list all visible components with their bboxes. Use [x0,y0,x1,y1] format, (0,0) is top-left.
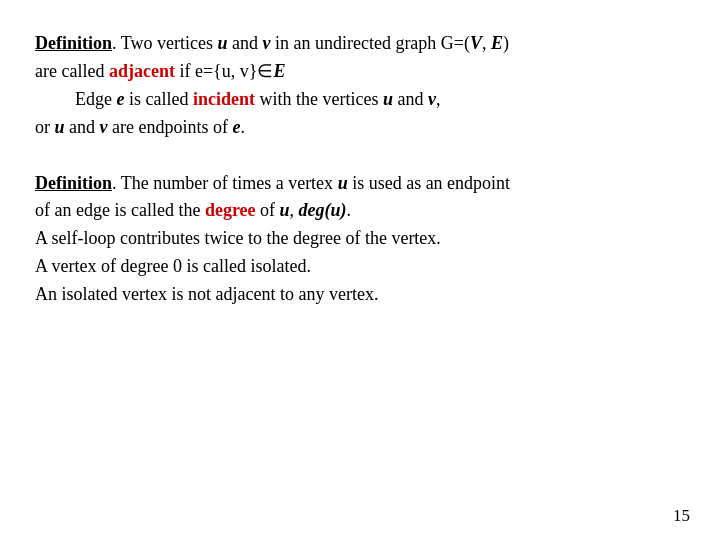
def2-post: . The number of times a vertex [112,173,338,193]
def1-called: are called [35,61,109,81]
def2-u3: (u) [325,200,347,220]
def1-adjacent: adjacent [109,61,175,81]
def1-end: ) [503,33,509,53]
slide: Definition. Two vertices u and v in an u… [0,0,720,540]
def1-elem: ∈ [257,61,273,81]
def1-u2: u [383,89,393,109]
def1-E: E [491,33,503,53]
def2-deg: deg [299,200,325,220]
def1-u: u [217,33,227,53]
def2-not-adjacent: An isolated vertex is not adjacent to an… [35,284,378,304]
page-number: 15 [673,506,690,526]
def1-comma2: , [436,89,441,109]
def1-word-definition: Definition [35,33,112,53]
def2-u2: u [280,200,290,220]
def1-rest: in an undirected graph G=( [270,33,470,53]
def2-isolated: A vertex of degree 0 is called isolated. [35,256,311,276]
def1-v2: v [428,89,436,109]
def1-if: if e={u, v} [175,61,257,81]
def1-v3: v [100,117,108,137]
def1-final-period: . [240,117,245,137]
def2-word-definition: Definition [35,173,112,193]
def2-line2: of an edge is called the degree of u, de… [35,197,685,225]
def2-line5: An isolated vertex is not adjacent to an… [35,281,685,309]
def1-or: or [35,117,55,137]
def1-line3: Edge e is called incident with the verti… [75,86,685,114]
def2-line4: A vertex of degree 0 is called isolated. [35,253,685,281]
def1-with: with the vertices [255,89,383,109]
def1-V: V [470,33,482,53]
def2-comma: , [290,200,299,220]
def1-endpoints: are endpoints of [108,117,233,137]
def1-and3: and [65,117,100,137]
definition-2-block: Definition. The number of times a vertex… [35,170,685,309]
def1-line2: are called adjacent if e={u, v}∈E [35,58,685,86]
def2-self-loop: A self-loop contributes twice to the deg… [35,228,441,248]
def1-and: and [227,33,262,53]
def1-period: . Two vertices [112,33,217,53]
def2-of: of [256,200,280,220]
def1-comma: , [482,33,491,53]
def1-E2: E [273,61,285,81]
def2-degree: degree [205,200,256,220]
def2-line1: Definition. The number of times a vertex… [35,170,685,198]
def1-incident: incident [193,89,255,109]
def1-line1: Definition. Two vertices u and v in an u… [35,30,685,58]
definition-1-block: Definition. Two vertices u and v in an u… [35,30,685,142]
def1-is-called: is called [124,89,192,109]
def1-u3: u [55,117,65,137]
def2-rest: is used as an endpoint [348,173,510,193]
def2-of-an-edge: of an edge is called the [35,200,205,220]
def2-line3: A self-loop contributes twice to the deg… [35,225,685,253]
def2-period: . [347,200,352,220]
def2-u: u [338,173,348,193]
def1-line4: or u and v are endpoints of e. [35,114,685,142]
def1-edge: Edge [75,89,116,109]
def1-and2: and [393,89,428,109]
